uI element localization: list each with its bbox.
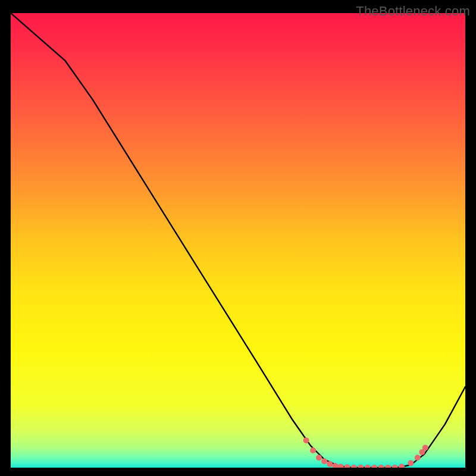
chart-dot (422, 444, 428, 450)
chart-plot-area (11, 13, 465, 468)
chart-dot (303, 437, 309, 443)
chart-svg (11, 13, 465, 468)
chart-dot (310, 447, 316, 453)
chart-dot (316, 455, 322, 461)
watermark-text: TheBottleneck.com (356, 4, 470, 19)
chart-dot (415, 455, 421, 461)
chart-dot (327, 461, 333, 467)
chart-dot (408, 460, 414, 466)
chart-frame: TheBottleneck.com (0, 0, 476, 476)
chart-dot (321, 458, 327, 464)
